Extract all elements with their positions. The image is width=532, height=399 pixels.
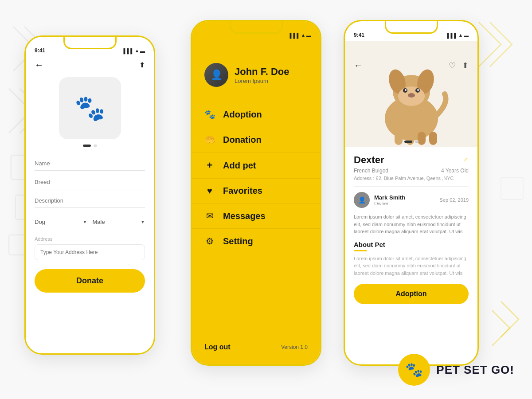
svg-point-13	[408, 93, 415, 98]
setting-label: Setting	[223, 236, 253, 246]
svg-rect-14	[395, 132, 403, 145]
phone2: ▌▌▌ ▴ ▬ 👤 John F. Doe Lorem Ipsum 🐾 Adop…	[191, 20, 321, 366]
svg-rect-16	[418, 132, 426, 145]
signal-icon: ▌▌▌	[124, 48, 134, 54]
menu-footer: Log out Version 1.0	[192, 334, 320, 364]
pet-back-button[interactable]: ←	[354, 60, 363, 70]
favorites-icon: ♥	[204, 186, 215, 196]
logout-button[interactable]: Log out	[204, 343, 231, 351]
phone2-inner: ▌▌▌ ▴ ▬ 👤 John F. Doe Lorem Ipsum 🐾 Adop…	[192, 21, 320, 364]
phone1: 9:41 ▌▌▌ ▴ ▬ ← ⬆ 🐾 Dog	[24, 35, 155, 355]
version-text: Version 1.0	[281, 344, 308, 350]
owner-avatar: 👤	[354, 192, 370, 208]
favorite-icon[interactable]: ♡	[449, 61, 456, 70]
dot-indicators	[35, 145, 145, 147]
svg-rect-3	[501, 177, 523, 200]
menu-item-messages[interactable]: ✉ Messages	[192, 203, 320, 229]
owner-info: Mark Smith Owner	[374, 194, 405, 206]
brand-paw-icon: 🐾	[405, 361, 423, 378]
brand-name: PET SET GO!	[436, 363, 514, 377]
pet-action-buttons: ♡ ⬆	[449, 61, 469, 70]
pet-image-area: ← ♡ ⬆	[345, 41, 477, 147]
image-dot-1	[404, 141, 412, 143]
phone1-container: 9:41 ▌▌▌ ▴ ▬ ← ⬆ 🐾 Dog	[24, 35, 155, 355]
phone1-header: ← ⬆	[26, 56, 154, 77]
avatar-image: 👤	[204, 63, 228, 87]
owner-date: Sep 02, 2019	[440, 197, 469, 203]
pet-address: Address : 62, Blue Palm Avenue, Qeens ,N…	[354, 176, 469, 187]
paw-icon: 🐾	[74, 94, 106, 123]
phone1-time: 9:41	[35, 47, 45, 54]
messages-icon: ✉	[204, 211, 215, 221]
address-input[interactable]	[35, 244, 145, 260]
profile-section: 👤 John F. Doe Lorem Ipsum	[192, 41, 320, 98]
add-pet-icon: +	[204, 160, 215, 171]
svg-rect-17	[429, 132, 437, 145]
phone1-status-icons: ▌▌▌ ▴ ▬	[124, 48, 145, 54]
menu-item-donation[interactable]: 🤲 Donation	[192, 127, 320, 153]
phone1-notch	[63, 37, 117, 49]
svg-rect-15	[406, 132, 414, 145]
menu-item-add-pet[interactable]: + Add pet	[192, 153, 320, 179]
phone3-time: 9:41	[354, 32, 364, 38]
menu-item-favorites[interactable]: ♥ Favorites	[192, 179, 320, 203]
profile-name: John F. Doe	[235, 66, 289, 78]
phone3-status-icons: ▌▌▌ ▴ ▬	[447, 32, 469, 38]
image-dots	[404, 141, 419, 143]
pet-detail-content: Dexter ♂ French Bulgod 4 Years Old Addre…	[345, 147, 477, 311]
phone3: 9:41 ▌▌▌ ▴ ▬	[344, 20, 479, 366]
phone2-notch	[230, 21, 283, 34]
share-button[interactable]: ⬆	[139, 61, 145, 69]
dot-2	[94, 145, 97, 147]
phone3-wifi-icon: ▴	[459, 32, 462, 38]
phone2-status-icons: ▌▌▌ ▴ ▬	[290, 32, 311, 38]
type-select-label: Dog	[35, 219, 45, 225]
donate-button[interactable]: Donate	[35, 269, 145, 293]
adoption-icon: 🐾	[204, 109, 215, 120]
pet-age: 4 Years Old	[441, 168, 469, 174]
phone3-signal-icon: ▌▌▌	[447, 33, 458, 38]
menu-item-setting[interactable]: ⚙ Setting	[192, 229, 320, 254]
gender-select[interactable]: Male ▼	[93, 215, 145, 229]
wifi-icon: ▴	[136, 48, 138, 54]
phone3-battery-icon: ▬	[464, 33, 469, 38]
breed-input[interactable]	[35, 174, 145, 189]
user-avatar: 👤	[204, 63, 228, 87]
name-input[interactable]	[35, 156, 145, 171]
address-label: Address	[35, 236, 145, 242]
phone2-wifi-icon: ▴	[302, 32, 305, 38]
phone3-notch	[385, 21, 438, 34]
menu-item-adoption[interactable]: 🐾 Adoption	[192, 102, 320, 127]
svg-point-12	[417, 89, 419, 91]
phone2-battery-icon: ▬	[306, 33, 311, 38]
phone2-signal-icon: ▌▌▌	[290, 33, 300, 38]
add-pet-label: Add pet	[223, 160, 256, 171]
pet-info-row: French Bulgod 4 Years Old	[354, 168, 469, 174]
setting-icon: ⚙	[204, 236, 215, 246]
profile-text: John F. Doe Lorem Ipsum	[235, 66, 289, 84]
gender-icon: ♂	[463, 156, 469, 164]
owner-role: Owner	[374, 201, 405, 206]
share-icon[interactable]: ⬆	[462, 61, 469, 70]
pet-name: Dexter	[354, 154, 384, 166]
svg-point-11	[405, 89, 407, 91]
pet-description: Lorem ipsum dolor sit amet, consectetuer…	[354, 213, 469, 235]
pet-photo-placeholder[interactable]: 🐾	[59, 77, 121, 139]
gender-chevron-down-icon: ▼	[141, 219, 145, 224]
description-input[interactable]	[35, 193, 145, 208]
pet-breed: French Bulgod	[354, 168, 388, 174]
adoption-button[interactable]: Adoption	[354, 284, 469, 304]
type-chevron-down-icon: ▼	[83, 219, 87, 224]
type-select[interactable]: Dog ▼	[35, 215, 87, 229]
battery-icon: ▬	[140, 48, 145, 54]
dot-1	[83, 145, 91, 147]
phone3-container: 9:41 ▌▌▌ ▴ ▬	[344, 20, 479, 366]
phone2-container: ▌▌▌ ▴ ▬ 👤 John F. Doe Lorem Ipsum 🐾 Adop…	[191, 20, 321, 366]
form-row-selects: Dog ▼ Male ▼	[35, 215, 145, 229]
donation-icon: 🤲	[204, 134, 215, 145]
back-button[interactable]: ←	[35, 60, 43, 70]
about-text: Lorem ipsum dolor sit amet, consectetuer…	[354, 255, 469, 277]
messages-label: Messages	[223, 211, 266, 221]
brand-circle: 🐾	[398, 354, 430, 386]
menu-items: 🐾 Adoption 🤲 Donation + Add pet ♥ Favori…	[192, 98, 320, 334]
